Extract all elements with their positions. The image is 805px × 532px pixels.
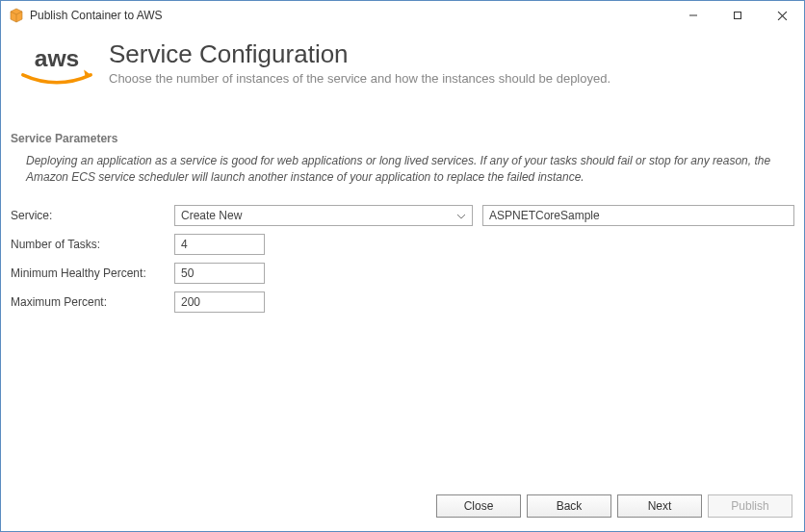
minimize-button[interactable] <box>671 1 715 30</box>
page-subtitle: Choose the number of instances of the se… <box>109 71 610 86</box>
close-button[interactable]: Close <box>436 494 521 518</box>
max-percent-label: Maximum Percent: <box>11 295 174 309</box>
titlebar: Publish Container to AWS <box>1 1 804 30</box>
footer: Close Back Next Publish <box>1 489 804 531</box>
page-title: Service Configuration <box>109 39 610 69</box>
back-button[interactable]: Back <box>527 494 611 518</box>
tasks-row: Number of Tasks: <box>1 230 804 259</box>
publish-button[interactable]: Publish <box>708 494 792 518</box>
window-controls <box>671 1 804 30</box>
service-row: Service: Create New <box>1 201 804 230</box>
next-button[interactable]: Next <box>617 494 702 518</box>
chevron-down-icon <box>456 209 466 222</box>
page-header: aws Service Configuration Choose the num… <box>1 30 804 103</box>
service-select[interactable]: Create New <box>174 205 473 226</box>
app-icon <box>9 8 24 23</box>
svg-text:aws: aws <box>35 45 80 71</box>
window-title: Publish Container to AWS <box>30 9 671 22</box>
section-description: Deploying an application as a service is… <box>1 151 804 201</box>
min-healthy-label: Minimum Healthy Percent: <box>11 266 174 280</box>
header-text: Service Configuration Choose the number … <box>109 39 610 86</box>
min-healthy-row: Minimum Healthy Percent: <box>1 259 804 288</box>
service-select-value: Create New <box>181 209 242 222</box>
tasks-input[interactable] <box>174 234 265 255</box>
min-healthy-input[interactable] <box>174 263 265 284</box>
section-label: Service Parameters <box>1 103 804 151</box>
service-label: Service: <box>11 209 174 222</box>
svg-rect-3 <box>735 13 741 19</box>
close-window-button[interactable] <box>760 1 804 30</box>
max-percent-row: Maximum Percent: <box>1 288 804 317</box>
tasks-label: Number of Tasks: <box>11 238 174 251</box>
max-percent-input[interactable] <box>174 291 265 313</box>
service-name-input[interactable] <box>482 205 794 226</box>
aws-logo: aws <box>14 39 99 93</box>
maximize-button[interactable] <box>715 1 760 30</box>
